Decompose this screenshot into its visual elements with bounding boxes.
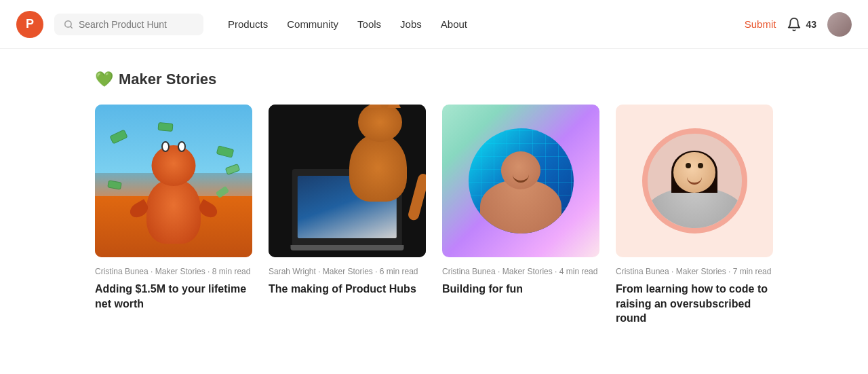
section-emoji: 💚 xyxy=(95,71,113,88)
nav-right: Submit 43 xyxy=(745,12,852,37)
card-illustration-4 xyxy=(616,105,773,257)
logo-button[interactable]: P xyxy=(16,11,43,38)
notification-count: 43 xyxy=(806,19,816,30)
card-image-4 xyxy=(616,105,773,257)
card-meta-1: Cristina Bunea · Maker Stories · 8 min r… xyxy=(95,265,252,278)
card-illustration-1 xyxy=(95,105,252,257)
section-title: 💚 Maker Stories xyxy=(95,71,773,88)
card-meta-4: Cristina Bunea · Maker Stories · 7 min r… xyxy=(616,265,773,278)
nav-community[interactable]: Community xyxy=(279,13,347,35)
nav-jobs[interactable]: Jobs xyxy=(392,13,430,35)
nav-about[interactable]: About xyxy=(433,13,475,35)
nav-links: Products Community Tools Jobs About xyxy=(220,13,475,35)
main-content: 💚 Maker Stories xyxy=(0,49,868,348)
story-card-1[interactable]: Cristina Bunea · Maker Stories · 8 min r… xyxy=(95,105,252,326)
svg-line-1 xyxy=(71,26,73,28)
card-meta-3: Cristina Bunea · Maker Stories · 4 min r… xyxy=(442,265,599,278)
section-label: Maker Stories xyxy=(119,71,216,88)
card-image-3 xyxy=(442,105,599,257)
cards-grid: Cristina Bunea · Maker Stories · 8 min r… xyxy=(95,105,773,326)
submit-button[interactable]: Submit xyxy=(745,18,776,30)
card-title-1: Adding $1.5M to your lifetime net worth xyxy=(95,282,252,311)
card-illustration-2 xyxy=(269,105,426,257)
user-avatar[interactable] xyxy=(827,12,852,37)
notifications[interactable]: 43 xyxy=(787,17,816,32)
card-image-2 xyxy=(269,105,426,257)
card-title-4: From learning how to code to raising an … xyxy=(616,282,773,326)
search-bar[interactable] xyxy=(54,14,203,35)
card-image-1 xyxy=(95,105,252,257)
nav-products[interactable]: Products xyxy=(220,13,276,35)
logo-letter: P xyxy=(26,17,34,31)
story-card-2[interactable]: Sarah Wright · Maker Stories · 6 min rea… xyxy=(269,105,426,326)
story-card-3[interactable]: Cristina Bunea · Maker Stories · 4 min r… xyxy=(442,105,599,326)
search-icon xyxy=(64,20,73,29)
story-card-4[interactable]: Cristina Bunea · Maker Stories · 7 min r… xyxy=(616,105,773,326)
avatar-image xyxy=(827,12,852,37)
card-title-2: The making of Product Hubs xyxy=(269,282,426,297)
card-illustration-3 xyxy=(442,105,599,257)
nav-tools[interactable]: Tools xyxy=(349,13,389,35)
card-title-3: Building for fun xyxy=(442,282,599,297)
search-input[interactable] xyxy=(79,19,194,30)
navbar: P Products Community Tools Jobs About Su… xyxy=(0,0,868,49)
card-meta-2: Sarah Wright · Maker Stories · 6 min rea… xyxy=(269,265,426,278)
bell-icon xyxy=(787,17,802,32)
